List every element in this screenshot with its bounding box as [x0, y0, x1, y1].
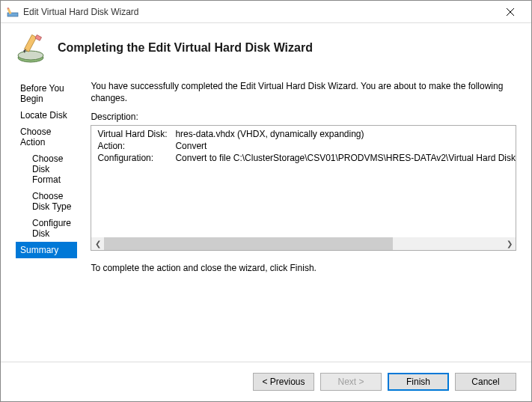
table-row: Virtual Hard Disk: hres-data.vhdx (VHDX,…	[97, 129, 516, 139]
description-table: Virtual Hard Disk: hres-data.vhdx (VHDX,…	[97, 129, 516, 163]
scroll-thumb[interactable]	[104, 237, 392, 250]
body: Before You Begin Locate Disk Choose Acti…	[1, 77, 531, 362]
close-button[interactable]	[495, 1, 525, 22]
row-key: Action:	[97, 141, 175, 151]
scroll-left-arrow[interactable]: ❮	[91, 237, 104, 250]
wizard-icon	[16, 32, 47, 64]
scroll-right-arrow[interactable]: ❯	[503, 237, 516, 250]
row-val: Convert to file C:\ClusterStorage\CSV01\…	[175, 153, 516, 163]
content-panel: You have successfully completed the Edit…	[77, 80, 516, 354]
finish-button[interactable]: Finish	[388, 373, 449, 391]
page-title: Completing the Edit Virtual Hard Disk Wi…	[58, 41, 313, 55]
step-choose-action[interactable]: Choose Action	[16, 124, 77, 150]
next-button: Next >	[320, 373, 382, 391]
intro-text: You have successfully completed the Edit…	[91, 80, 516, 104]
description-box: Virtual Hard Disk: hres-data.vhdx (VHDX,…	[91, 125, 516, 251]
row-val: hres-data.vhdx (VHDX, dynamically expand…	[175, 129, 516, 139]
step-before-you-begin[interactable]: Before You Begin	[16, 80, 77, 107]
step-choose-disk-type[interactable]: Choose Disk Type	[16, 188, 77, 215]
complete-note: To complete the action and close the wiz…	[91, 263, 516, 273]
svg-point-6	[18, 51, 43, 60]
footer: < Previous Next > Finish Cancel	[1, 362, 531, 401]
wizard-window: Edit Virtual Hard Disk Wizard Completing…	[0, 0, 532, 402]
svg-rect-9	[35, 35, 42, 41]
row-key: Virtual Hard Disk:	[97, 129, 175, 139]
app-icon	[7, 6, 19, 18]
step-configure-disk[interactable]: Configure Disk	[16, 215, 77, 242]
row-val: Convert	[175, 141, 516, 151]
step-choose-disk-format[interactable]: Choose Disk Format	[16, 150, 77, 188]
svg-rect-7	[24, 34, 37, 52]
table-row: Action: Convert	[97, 141, 516, 151]
previous-button[interactable]: < Previous	[253, 373, 314, 391]
table-row: Configuration: Convert to file C:\Cluste…	[97, 153, 516, 163]
svg-rect-0	[7, 13, 18, 16]
row-key: Configuration:	[97, 153, 175, 163]
cancel-button[interactable]: Cancel	[455, 373, 516, 391]
description-label: Description:	[91, 112, 516, 122]
step-locate-disk[interactable]: Locate Disk	[16, 107, 77, 124]
titlebar: Edit Virtual Hard Disk Wizard	[1, 1, 531, 23]
header: Completing the Edit Virtual Hard Disk Wi…	[1, 23, 531, 77]
step-summary[interactable]: Summary	[16, 242, 77, 258]
horizontal-scrollbar[interactable]: ❮ ❯	[91, 237, 516, 250]
steps-sidebar: Before You Begin Locate Disk Choose Acti…	[16, 80, 77, 354]
window-title: Edit Virtual Hard Disk Wizard	[23, 7, 495, 17]
